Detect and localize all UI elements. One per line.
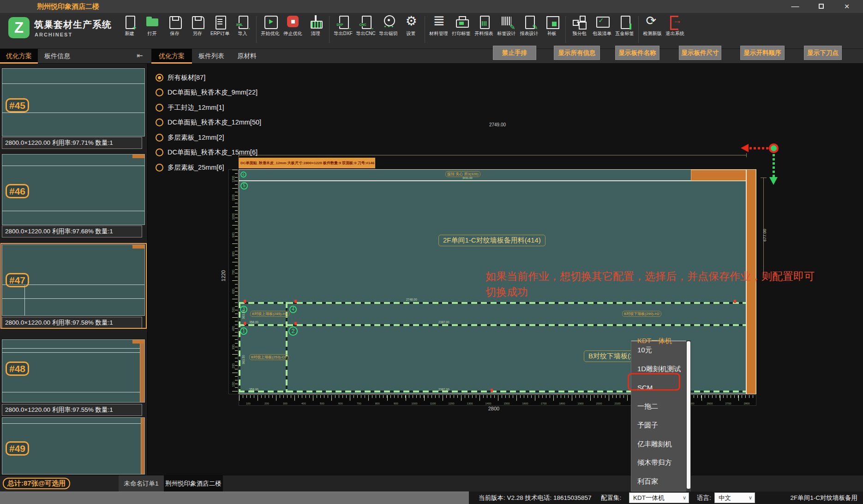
filter-multi-12mm[interactable]: 多层素板_12mm[2] [156, 132, 224, 142]
ruler-label: 600 [332, 402, 349, 404]
material-manage-button[interactable]: 材料管理 [427, 15, 450, 37]
top-dimension-label: 2749.00 [475, 122, 520, 127]
save-as-button[interactable]: 另存 [186, 15, 209, 37]
offcut-strip [141, 418, 144, 474]
show-panel-name-button[interactable]: 显示板件名称 [615, 46, 659, 60]
ruler-label: 900 [229, 226, 238, 245]
save-button[interactable]: 保存 [163, 15, 186, 37]
ruler-label: 300 [229, 338, 238, 357]
piece-number-4: 4 [289, 306, 297, 313]
highlight-annotation-box [628, 373, 680, 391]
label-design-button[interactable]: 标签设计 [495, 15, 518, 37]
patch-board-button[interactable]: 补板 [540, 15, 563, 37]
maximize-button[interactable] [810, 0, 832, 13]
board-thumb-45[interactable]: #45 [2, 68, 145, 136]
forbid-manual-button[interactable]: 禁止手排 [493, 46, 536, 60]
order-tab-hotel[interactable]: 荆州悦印象酒店二楼 [164, 475, 223, 492]
stop-optimize-button[interactable]: 停止优化 [282, 15, 304, 37]
cut-line-h1 [239, 302, 746, 304]
upper-left-piece-label: B对纹上墙板(285)-H6 [250, 311, 289, 317]
main-tab-panel-list[interactable]: 板件列表 [192, 49, 231, 64]
show-cut-order-button[interactable]: 显示开料顺序 [740, 46, 785, 60]
dropdown-scrollbar-thumb[interactable] [687, 341, 690, 489]
current-job-name: 2F单间1-C对纹墙板备用 [790, 492, 857, 504]
main-tab-optimize[interactable]: 优化方案 [151, 49, 192, 64]
config-set-label: 配置集: [601, 492, 621, 504]
ruler-label: 500 [229, 301, 238, 320]
toolbar: Z 筑巢套材生产系统 ARCHINEST 新建 打开 保存 另存 ERP订单 X… [0, 13, 863, 49]
ruler-label: 800 [229, 244, 238, 263]
minimize-button[interactable]: — [785, 0, 806, 13]
toolbar-separator [329, 16, 330, 43]
open-button[interactable]: 打开 [141, 15, 163, 37]
sidebar-tab-optimize[interactable]: 优化方案 [0, 49, 38, 64]
export-dxf-button[interactable]: DXF导出DXF [332, 15, 354, 37]
bottom-scrollbar[interactable] [0, 492, 469, 504]
config-option-yuyuanzi[interactable]: 予圆子 [631, 416, 690, 435]
package-check-icon [594, 15, 610, 29]
language-select[interactable]: 中文 ∨ [714, 492, 755, 503]
close-button[interactable]: × [836, 0, 857, 13]
check-update-button[interactable]: 检测新版 [641, 15, 664, 37]
new-button[interactable]: 新建 [118, 15, 141, 37]
filter-all-boards[interactable]: 所有板材[87] [156, 72, 205, 83]
dim-left-width: 358.00 [249, 388, 258, 391]
config-option-yifeng[interactable]: 亿丰雕刻机 [631, 435, 690, 454]
annotation-text: 如果当前作业，想切换其它配置，选择后，并点保存作业，则配置即可 切换成功 [485, 268, 859, 300]
layers-icon [431, 15, 447, 29]
print-label-button[interactable]: 打印标签 [450, 15, 473, 37]
collapse-sidebar-icon[interactable]: ⇤ [134, 49, 146, 64]
dim-row-width: 2748.00 [406, 298, 417, 301]
show-all-info-button[interactable]: 显示所有信息 [554, 46, 600, 60]
export-saw-button[interactable]: 导出锯切 [377, 15, 400, 37]
ruler-label: 900 [388, 402, 404, 404]
prepack-button[interactable]: 预分包 [568, 15, 591, 37]
config-select[interactable]: KDT一体机 ∨ [629, 492, 689, 503]
import-button[interactable]: XML导入 [231, 15, 254, 37]
start-optimize-button[interactable]: 开始优化 [259, 15, 282, 37]
dim-right-width: 2387.00 [438, 388, 449, 391]
knife-point-marker [734, 300, 736, 303]
filter-multi-25mm[interactable]: 多层素板_25mm[6] [156, 162, 224, 172]
report-design-button[interactable]: 报表设计 [518, 15, 540, 37]
ruler-label: 700 [229, 263, 238, 282]
board-thumb-49[interactable]: #49 [2, 417, 145, 474]
cutting-report-button[interactable]: 开料报表 [473, 15, 495, 37]
main-tab-raw-material[interactable]: 原材料 [231, 49, 263, 64]
exit-arrow-icon [667, 15, 683, 29]
filter-dc-15mm[interactable]: DC单面贴_秋香木皮_15mm[6] [156, 147, 258, 157]
show-panel-size-button[interactable]: 显示板件尺寸 [679, 46, 721, 60]
top-dimension-line [239, 155, 747, 155]
tree-nodes-icon [572, 15, 587, 29]
show-knife-point-button[interactable]: 显示下刀点 [804, 46, 842, 60]
order-tab-unnamed[interactable]: 未命名订单1 [119, 475, 164, 492]
ruler-label: 2100 [609, 402, 626, 404]
main-piece-label: 2F单间1-C对纹墙板备用料(414) [438, 235, 545, 246]
language-label: 语言: [697, 492, 711, 504]
export-cnc-button[interactable]: CNC导出CNC [354, 15, 377, 37]
config-option-kdt[interactable]: KDT一体机 [631, 341, 690, 341]
sidebar-tab-panel-info[interactable]: 板件信息 [38, 49, 89, 64]
clean-button[interactable]: 清理 [304, 15, 327, 37]
hardware-label-button[interactable]: 五金标签 [613, 15, 636, 37]
package-list-button[interactable]: 包装清单 [591, 15, 613, 37]
screw-glyph [629, 24, 631, 30]
filter-manual-edge-12mm[interactable]: 手工封边_12mm[1] [156, 102, 224, 113]
radio-icon [156, 134, 163, 142]
config-option-yituoer[interactable]: 一拖二 [631, 397, 690, 416]
ruler-label: 1000 [229, 207, 238, 226]
stop-icon [285, 15, 301, 29]
ruler-label: 2600 [701, 402, 718, 404]
settings-button[interactable]: 设置 [400, 15, 422, 37]
erp-order-button[interactable]: ERP订单 [209, 15, 231, 37]
saw-blade-icon [381, 15, 396, 29]
config-option-libaijia[interactable]: 利百家 [631, 472, 690, 491]
origin-arrow-down [769, 177, 778, 185]
filter-dc-9mm[interactable]: DC单面贴_秋香木皮_9mm[22] [156, 87, 258, 97]
config-option-qingmu[interactable]: 倾木带归方 [631, 454, 690, 473]
filter-dc-12mm[interactable]: DC单面贴_秋香木皮_12mm[50] [156, 117, 261, 127]
knife-point-marker [244, 322, 246, 325]
board-thumb-46[interactable]: #46 [2, 154, 145, 225]
board-thumb-48[interactable]: #48 [2, 339, 145, 403]
exit-system-button[interactable]: 退出系统 [664, 15, 686, 37]
